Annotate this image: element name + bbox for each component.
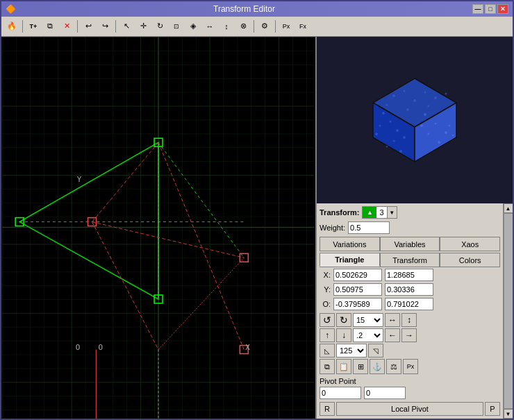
y-input-2[interactable] bbox=[385, 283, 433, 296]
svg-point-35 bbox=[413, 99, 416, 102]
pivot-x-input[interactable] bbox=[320, 387, 361, 399]
node-button[interactable]: ◈ bbox=[185, 19, 201, 34]
preview-area bbox=[317, 37, 513, 203]
scroll-up-button[interactable]: ▲ bbox=[504, 203, 513, 213]
scale-up-button[interactable]: ↑ bbox=[320, 328, 335, 342]
move-right-button[interactable]: → bbox=[401, 328, 417, 342]
px1-button[interactable]: Px bbox=[279, 19, 294, 34]
shear-row: ◺ 125 90 45 ◹ bbox=[320, 344, 500, 358]
scroll-down-button[interactable]: ▼ bbox=[504, 409, 513, 419]
x-input-2[interactable] bbox=[385, 269, 433, 281]
maximize-button[interactable]: □ bbox=[485, 4, 496, 14]
rotate-button[interactable]: ↻ bbox=[152, 19, 167, 34]
flip-y-button[interactable]: ↕ bbox=[401, 313, 417, 327]
fx-button[interactable]: Fx bbox=[295, 19, 310, 34]
scale-amount-select[interactable]: .2 .5 1 2 bbox=[353, 328, 383, 342]
rotate-row: ↺ ↻ 15 30 45 90 ↔ ↕ bbox=[320, 313, 500, 327]
svg-point-52 bbox=[435, 123, 437, 125]
local-pivot-button[interactable]: Local Pivot bbox=[336, 402, 483, 416]
reset-px-button[interactable]: Px bbox=[403, 359, 418, 374]
tab-variables[interactable]: Variables bbox=[380, 237, 440, 251]
o-label: O: bbox=[320, 300, 331, 308]
app-icon: 🔶 bbox=[6, 4, 16, 14]
duplicate-button[interactable]: ⧉ bbox=[42, 19, 58, 34]
svg-text:X: X bbox=[245, 343, 250, 352]
rotate-cw-button[interactable]: ↻ bbox=[336, 313, 351, 327]
copy-button[interactable]: ⧉ bbox=[320, 359, 335, 374]
svg-point-41 bbox=[428, 106, 430, 108]
svg-text:Y: Y bbox=[77, 175, 82, 184]
scroll-track[interactable] bbox=[504, 213, 513, 409]
svg-point-43 bbox=[390, 121, 392, 123]
svg-point-45 bbox=[379, 125, 381, 127]
window-container: 🔶 Transform Editor — □ ✕ 🔥 T+ ⧉ ✕ ↩ ↪ ↖ … bbox=[0, 0, 514, 420]
tab-colors[interactable]: Colors bbox=[440, 253, 500, 267]
svg-point-53 bbox=[445, 131, 447, 134]
anchor-button[interactable]: ⚓ bbox=[370, 359, 385, 374]
scale-button[interactable]: ⊡ bbox=[169, 19, 184, 34]
svg-point-44 bbox=[396, 129, 399, 132]
settings-button[interactable]: ⚙ bbox=[257, 19, 272, 34]
add-transform-button[interactable]: T+ bbox=[26, 19, 41, 34]
close-button[interactable]: ✕ bbox=[497, 4, 508, 14]
paste-button[interactable]: 📋 bbox=[336, 359, 351, 374]
pivot-label: Pivot Point bbox=[320, 377, 500, 385]
tab-transform[interactable]: Transform bbox=[380, 253, 440, 267]
minimize-button[interactable]: — bbox=[472, 4, 483, 14]
svg-point-56 bbox=[449, 125, 451, 127]
x-input-1[interactable] bbox=[333, 269, 382, 281]
right-panel: Transform: ▲ 3 ▼ Weight: Va bbox=[315, 37, 513, 419]
flip-h-button[interactable]: ↔ bbox=[202, 19, 217, 34]
rotation-amount-select[interactable]: 15 30 45 90 bbox=[353, 313, 383, 327]
o-input-2[interactable] bbox=[385, 298, 433, 310]
flame-button[interactable]: 🔥 bbox=[4, 19, 19, 34]
pivot-inputs bbox=[320, 387, 500, 399]
window-controls: — □ ✕ bbox=[472, 4, 508, 14]
delete-button[interactable]: ✕ bbox=[59, 19, 74, 34]
o-input-1[interactable] bbox=[333, 298, 382, 310]
svg-point-47 bbox=[386, 146, 388, 148]
scale-down-button[interactable]: ↓ bbox=[336, 328, 351, 342]
title-bar: 🔶 Transform Editor — □ ✕ bbox=[1, 1, 513, 17]
move-button[interactable]: ✛ bbox=[135, 19, 151, 34]
canvas-grid: Y O O X bbox=[1, 37, 315, 419]
svg-point-42 bbox=[382, 112, 385, 115]
canvas-area[interactable]: Y O O X bbox=[1, 37, 315, 419]
svg-point-39 bbox=[386, 104, 388, 106]
flip-v-button[interactable]: ↕ bbox=[219, 19, 234, 34]
grid-button[interactable]: ⊞ bbox=[353, 359, 368, 374]
pointer-button[interactable]: ↖ bbox=[119, 19, 134, 34]
tab-variations[interactable]: Variations bbox=[320, 237, 380, 251]
weight-input[interactable] bbox=[348, 221, 390, 234]
pivot-p-button[interactable]: P bbox=[485, 402, 500, 416]
undo-button[interactable]: ↩ bbox=[81, 19, 96, 34]
y-input-1[interactable] bbox=[333, 283, 382, 296]
svg-point-36 bbox=[424, 92, 426, 94]
tab-row-1: Variations Variables Xaos bbox=[320, 237, 500, 251]
shear-right-button[interactable]: ◹ bbox=[368, 344, 383, 358]
transform-dropdown-arrow[interactable]: ▼ bbox=[387, 207, 397, 218]
rotate-ccw-button[interactable]: ↺ bbox=[320, 313, 335, 327]
svg-point-46 bbox=[403, 136, 406, 139]
pivot-y-input[interactable] bbox=[364, 387, 406, 399]
balance-button[interactable]: ⚖ bbox=[386, 359, 401, 374]
shear-amount-select[interactable]: 125 90 45 bbox=[336, 344, 367, 358]
svg-point-57 bbox=[420, 124, 423, 127]
transform-row: Transform: ▲ 3 ▼ bbox=[320, 206, 500, 219]
tab-triangle[interactable]: Triangle bbox=[320, 253, 380, 267]
pivot-r-button[interactable]: R bbox=[320, 402, 335, 416]
reset-button[interactable]: ⊗ bbox=[235, 19, 251, 34]
main-toolbar: 🔥 T+ ⧉ ✕ ↩ ↪ ↖ ✛ ↻ ⊡ ◈ ↔ ↕ ⊗ ⚙ Px Fx bbox=[1, 17, 513, 37]
transform-label: Transform: bbox=[320, 208, 359, 217]
tab-xaos[interactable]: Xaos bbox=[440, 237, 500, 251]
weight-row: Weight: bbox=[320, 221, 500, 234]
transform-color-indicator: ▲ bbox=[363, 207, 376, 218]
flip-x-button[interactable]: ↔ bbox=[385, 313, 400, 327]
svg-text:O: O bbox=[76, 343, 81, 352]
shear-left-button[interactable]: ◺ bbox=[320, 344, 335, 358]
coord-row-y: Y: bbox=[320, 283, 500, 296]
redo-button[interactable]: ↪ bbox=[97, 19, 113, 34]
svg-point-37 bbox=[434, 96, 437, 99]
move-left-button[interactable]: ← bbox=[385, 328, 400, 342]
svg-point-50 bbox=[375, 133, 378, 135]
